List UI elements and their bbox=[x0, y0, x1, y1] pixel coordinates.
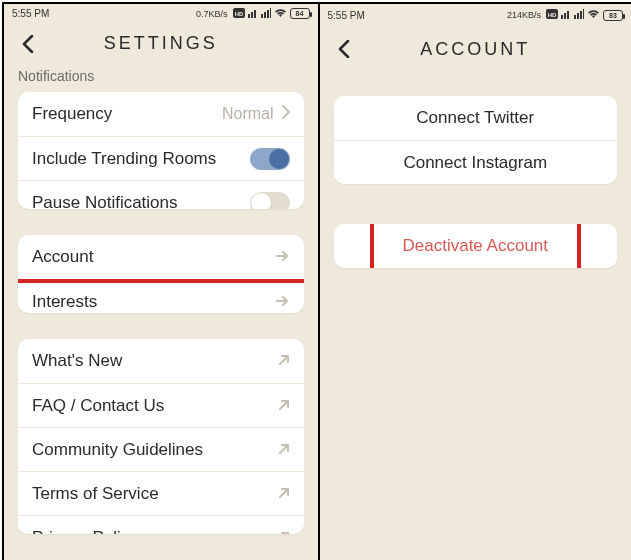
row-trending-rooms[interactable]: Include Trending Rooms bbox=[18, 136, 304, 180]
external-link-icon bbox=[278, 441, 290, 459]
frequency-value: Normal bbox=[222, 105, 274, 123]
row-label: What's New bbox=[32, 351, 122, 371]
deactivate-group: Deactivate Account bbox=[334, 224, 618, 268]
chevron-left-icon bbox=[21, 35, 35, 53]
row-terms-of-service[interactable]: Terms of Service bbox=[18, 471, 304, 515]
connect-instagram-button[interactable]: Connect Instagram bbox=[334, 140, 618, 184]
row-label: Pause Notifications bbox=[32, 193, 178, 209]
signal-icon bbox=[574, 9, 584, 21]
info-group: What's New FAQ / Contact Us Community Gu… bbox=[18, 339, 304, 534]
status-net-speed: 214KB/s bbox=[507, 10, 541, 20]
row-label: Include Trending Rooms bbox=[32, 149, 216, 169]
svg-text:HD: HD bbox=[234, 10, 243, 16]
svg-text:HD: HD bbox=[548, 12, 557, 18]
hd-icon: HD bbox=[546, 9, 558, 21]
battery-icon: 84 bbox=[290, 8, 310, 19]
toggle-trending[interactable] bbox=[250, 148, 290, 170]
connect-twitter-button[interactable]: Connect Twitter bbox=[334, 96, 618, 140]
external-link-icon bbox=[278, 485, 290, 503]
settings-screen: 5:55 PM 0.7KB/s HD 84 SETTINGS Notificat… bbox=[4, 4, 318, 560]
external-link-icon bbox=[278, 352, 290, 370]
arrow-right-icon bbox=[276, 293, 290, 311]
connect-group: Connect Twitter Connect Instagram bbox=[334, 96, 618, 184]
arrow-right-icon bbox=[276, 248, 290, 266]
signal-4g-icon bbox=[561, 9, 571, 21]
account-group: Account Interests bbox=[18, 235, 304, 313]
status-time: 5:55 PM bbox=[12, 8, 49, 19]
status-time: 5:55 PM bbox=[328, 10, 365, 21]
wifi-icon bbox=[587, 9, 600, 21]
row-label: Connect Instagram bbox=[403, 153, 547, 173]
header: SETTINGS bbox=[4, 23, 318, 64]
row-label: Account bbox=[32, 247, 93, 267]
row-account[interactable]: Account bbox=[18, 235, 304, 279]
page-title: SETTINGS bbox=[104, 33, 218, 54]
row-privacy-policy[interactable]: Privacy Policy bbox=[18, 515, 304, 534]
row-faq[interactable]: FAQ / Contact Us bbox=[18, 383, 304, 427]
back-button[interactable] bbox=[16, 32, 40, 56]
row-label: Frequency bbox=[32, 104, 112, 124]
row-community-guidelines[interactable]: Community Guidelines bbox=[18, 427, 304, 471]
row-label: Interests bbox=[32, 292, 97, 312]
back-button[interactable] bbox=[332, 37, 356, 61]
battery-icon: 83 bbox=[603, 10, 623, 21]
external-link-icon bbox=[278, 529, 290, 534]
signal-4g-icon bbox=[248, 8, 258, 20]
toggle-pause[interactable] bbox=[250, 192, 290, 209]
signal-icon bbox=[261, 8, 271, 20]
account-screen: 5:55 PM 214KB/s HD 83 ACCOUNT Connect Tw… bbox=[318, 4, 632, 560]
row-label: FAQ / Contact Us bbox=[32, 396, 164, 416]
chevron-left-icon bbox=[337, 40, 351, 58]
section-notifications-label: Notifications bbox=[4, 64, 318, 92]
notifications-group: Frequency Normal Include Trending Rooms … bbox=[18, 92, 304, 209]
page-title: ACCOUNT bbox=[420, 39, 530, 60]
chevron-right-icon bbox=[282, 105, 290, 123]
header: ACCOUNT bbox=[320, 26, 632, 72]
row-label: Privacy Policy bbox=[32, 528, 138, 534]
hd-icon: HD bbox=[233, 8, 245, 20]
row-label: Community Guidelines bbox=[32, 440, 203, 460]
row-label: Deactivate Account bbox=[402, 236, 548, 256]
status-bar: 5:55 PM 214KB/s HD 83 bbox=[320, 4, 632, 26]
external-link-icon bbox=[278, 397, 290, 415]
status-bar: 5:55 PM 0.7KB/s HD 84 bbox=[4, 4, 318, 23]
deactivate-account-button[interactable]: Deactivate Account bbox=[334, 224, 618, 268]
row-pause-notifications[interactable]: Pause Notifications bbox=[18, 180, 304, 209]
wifi-icon bbox=[274, 8, 287, 20]
row-label: Terms of Service bbox=[32, 484, 159, 504]
status-net-speed: 0.7KB/s bbox=[196, 9, 228, 19]
row-interests[interactable]: Interests bbox=[18, 279, 304, 313]
row-label: Connect Twitter bbox=[416, 108, 534, 128]
row-whats-new[interactable]: What's New bbox=[18, 339, 304, 383]
row-frequency[interactable]: Frequency Normal bbox=[18, 92, 304, 136]
